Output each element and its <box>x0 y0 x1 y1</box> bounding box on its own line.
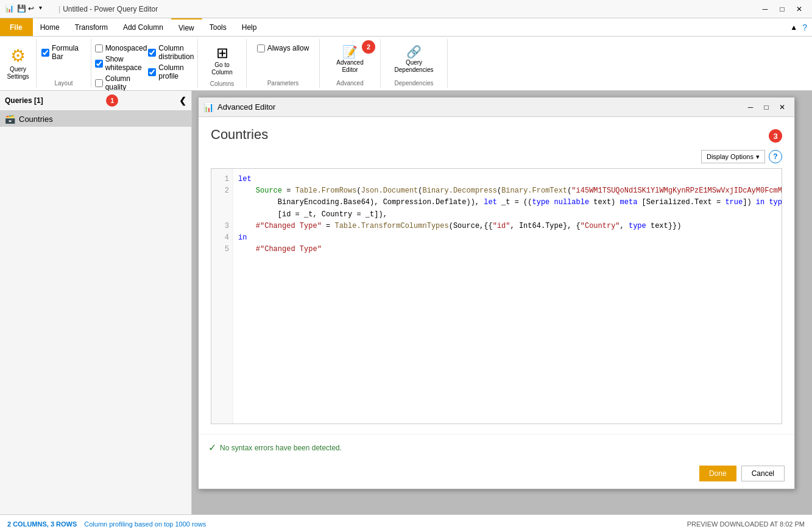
query-dependencies-icon: 🔗 <box>406 44 422 59</box>
group-columns: ⊞ Go toColumn Columns <box>198 39 247 88</box>
show-whitespace-checkbox[interactable]: Show whitespace <box>95 55 147 72</box>
app-icon: 📊 <box>5 4 15 14</box>
formula-bar-checkbox[interactable]: Formula Bar <box>41 44 86 61</box>
modal-title: Advanced Editor <box>217 102 743 112</box>
quick-access-save: 💾 <box>17 4 27 14</box>
modal-actions: Done Cancel <box>199 461 794 489</box>
modal-icon: 📊 <box>203 102 214 112</box>
window-title: Untitled - Power Query Editor <box>63 5 757 13</box>
display-options-button[interactable]: Display Options ▾ <box>701 150 765 163</box>
code-content[interactable]: let Source = Table.FromRows(Json.Documen… <box>233 169 782 424</box>
sidebar-header: Queries [1] 1 ❮ <box>0 91 191 111</box>
quick-access-undo: ↩ <box>28 4 38 14</box>
group-dependencies-label: Dependencies <box>386 79 442 87</box>
tab-file[interactable]: File <box>0 18 33 36</box>
status-columns: 2 COLUMNS, 3 ROWS <box>7 520 77 528</box>
status-right: PREVIEW DOWNLOADED AT 8:02 PM <box>687 520 805 528</box>
modal-overlay: 📊 Advanced Editor ─ □ ✕ Countries 3 <box>192 91 812 514</box>
modal-badge-3: 3 <box>769 129 782 143</box>
group-parameters-label: Parameters <box>252 79 314 87</box>
monospaced-checkbox[interactable]: Monospaced <box>95 44 147 52</box>
group-columns-label: Columns <box>203 79 241 87</box>
group-layout: Formula Bar Layout <box>37 39 91 88</box>
sidebar-badge-1: 1 <box>106 94 118 107</box>
column-quality-checkbox[interactable]: Column quality <box>95 74 147 91</box>
done-button[interactable]: Done <box>699 466 736 481</box>
sidebar-collapse-button[interactable]: ❮ <box>179 96 186 105</box>
group-parameters: Always allow Parameters <box>247 39 320 88</box>
ribbon-help-icon[interactable]: ? <box>802 23 807 32</box>
syntax-status-text: No syntax errors have been detected. <box>220 444 342 452</box>
go-to-column-label: Go toColumn <box>211 62 232 76</box>
go-to-column-icon: ⊞ <box>216 44 228 62</box>
code-line-2: Source = Table.FromRows(Json.Document(Bi… <box>238 185 777 197</box>
ribbon-expand-icon[interactable]: ▲ <box>790 23 797 32</box>
check-icon: ✓ <box>208 442 216 453</box>
code-line-4: in <box>238 232 777 244</box>
minimize-button[interactable]: ─ <box>757 3 773 15</box>
sidebar-title: Queries [1] <box>5 96 43 105</box>
tab-tools[interactable]: Tools <box>202 18 235 36</box>
column-distribution-checkbox[interactable]: Column distribution <box>148 44 194 61</box>
modal-body: Countries 3 Display Options ▾ ? 1 <box>199 117 794 434</box>
line-numbers: 1 2 3 4 5 <box>211 169 233 424</box>
query-dependencies-button[interactable]: 🔗 QueryDependencies <box>390 41 438 77</box>
go-to-column-button[interactable]: ⊞ Go toColumn <box>207 41 236 79</box>
close-button[interactable]: ✕ <box>791 3 807 15</box>
query-name-countries: Countries <box>19 115 53 124</box>
status-profile: Column profiling based on top 1000 rows <box>84 520 206 528</box>
content-area: 📊 Advanced Editor ─ □ ✕ Countries 3 <box>192 91 812 514</box>
query-settings-icon: ⚙ <box>10 46 26 66</box>
tab-add-column[interactable]: Add Column <box>116 18 171 36</box>
code-line-2c: [id = _t, Country = _t]), <box>238 209 777 221</box>
modal-titlebar: 📊 Advanced Editor ─ □ ✕ <box>199 98 794 117</box>
group-advanced: 📝 AdvancedEditor Advanced 2 <box>320 39 381 88</box>
syntax-status: ✓ No syntax errors have been detected. <box>208 439 785 456</box>
tab-home[interactable]: Home <box>33 18 68 36</box>
code-line-2b: BinaryEncoding.Base64), Compression.Defl… <box>238 197 777 208</box>
column-profile-checkbox[interactable]: Column profile <box>148 63 194 80</box>
code-editor[interactable]: 1 2 3 4 5 let Source = Table.FromRows(Js… <box>211 168 782 424</box>
modal-close-button[interactable]: ✕ <box>775 101 789 114</box>
modal-controls: ─ □ ✕ <box>743 101 789 114</box>
modal-help-button[interactable]: ? <box>769 150 782 163</box>
ribbon-content: ⚙ QuerySettings Formula Bar Layout <box>0 37 812 90</box>
modal-query-title: Countries <box>211 127 268 143</box>
maximize-button[interactable]: □ <box>774 3 790 15</box>
quick-access-dropdown[interactable]: ▾ <box>39 4 49 14</box>
group-dependencies: 🔗 QueryDependencies Dependencies <box>381 39 448 88</box>
always-allow-checkbox[interactable]: Always allow <box>257 44 309 52</box>
modal-footer: ✓ No syntax errors have been detected. <box>199 434 794 461</box>
group-query-settings: ⚙ QuerySettings <box>0 39 37 88</box>
tab-help[interactable]: Help <box>235 18 265 36</box>
ribbon-tab-bar: File Home Transform Add Column View Tool… <box>0 18 812 37</box>
status-bar: 2 COLUMNS, 3 ROWS Column profiling based… <box>0 514 812 532</box>
group-data-preview: Monospaced Show whitespace Column qualit… <box>91 39 198 88</box>
code-line-3: #"Changed Type" = Table.TransformColumnT… <box>238 221 777 232</box>
dropdown-arrow-icon: ▾ <box>756 153 760 161</box>
code-line-1: let <box>238 174 777 185</box>
advanced-editor-icon: 📝 <box>342 44 358 59</box>
main-layout: Queries [1] 1 ❮ 🗃️ Countries 📊 Advanced … <box>0 91 812 514</box>
group-advanced-label: Advanced <box>325 79 375 87</box>
sidebar: Queries [1] 1 ❮ 🗃️ Countries <box>0 91 192 514</box>
cancel-button[interactable]: Cancel <box>741 466 785 481</box>
ribbon: File Home Transform Add Column View Tool… <box>0 18 812 91</box>
modal-maximize-button[interactable]: □ <box>759 101 774 114</box>
tab-transform[interactable]: Transform <box>68 18 116 36</box>
title-bar: 📊 💾 ↩ ▾ | Untitled - Power Query Editor … <box>0 0 812 18</box>
query-settings-button[interactable]: ⚙ QuerySettings <box>1 41 34 85</box>
sidebar-item-countries[interactable]: 🗃️ Countries <box>0 111 191 127</box>
status-left: 2 COLUMNS, 3 ROWS Column profiling based… <box>7 520 206 528</box>
advanced-badge: 2 <box>362 40 375 54</box>
group-layout-label: Layout <box>41 79 86 87</box>
advanced-editor-modal: 📊 Advanced Editor ─ □ ✕ Countries 3 <box>198 97 795 489</box>
tab-view[interactable]: View <box>171 18 202 36</box>
window-controls: ─ □ ✕ <box>757 3 807 15</box>
code-line-5: #"Changed Type" <box>238 244 777 255</box>
status-preview-time: PREVIEW DOWNLOADED AT 8:02 PM <box>687 520 805 528</box>
query-settings-label: QuerySettings <box>7 66 29 80</box>
modal-options: Display Options ▾ ? <box>211 150 782 163</box>
table-icon: 🗃️ <box>5 114 15 124</box>
modal-minimize-button[interactable]: ─ <box>743 101 758 114</box>
